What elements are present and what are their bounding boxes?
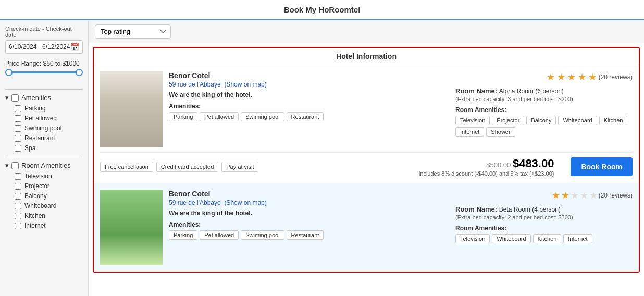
hotel-2-address-link[interactable]: 59 rue de l'Abbaye <box>169 199 221 206</box>
checkbox-pet-allowed[interactable] <box>15 115 21 122</box>
hotel-2-room-amenities-tags: Television Whiteboard Kitchen Internet <box>455 234 633 243</box>
filter-item-spa[interactable]: Spa <box>15 144 83 152</box>
tag-pool-1: Swiming pool <box>241 112 284 121</box>
label-swiming-pool: Swiming pool <box>24 125 61 132</box>
tag-pay-at-visit: Pay at visit <box>221 162 258 172</box>
hotel-1-review-count: (20 reviews) <box>599 73 633 81</box>
filter-item-internet[interactable]: Internet <box>15 222 83 229</box>
price-slider[interactable] <box>5 71 83 82</box>
tag-credit-card: Credit card accepted <box>156 162 219 172</box>
hotel-1-tagline: We are the king of the hotel. <box>169 91 449 98</box>
filter-item-projector[interactable]: Projector <box>15 182 83 190</box>
hotel-2-stars: ★ ★ ★ ★ ★ (20 reviews) <box>455 190 633 201</box>
hotel-2-extra-bed: (Extra bed capacity: 2 and per bed cost:… <box>455 214 633 220</box>
chevron-down-icon: ▾ <box>5 94 9 102</box>
room-amenities-group-checkbox[interactable] <box>11 162 19 169</box>
room-tag-internet-2: Internet <box>563 234 592 243</box>
hotel-2-amenities-tags: Parking Pet allowed Swiming pool Restaur… <box>169 230 449 240</box>
hotel-2-row: Benor Cotel 59 rue de l'Abbaye (Show on … <box>100 190 633 265</box>
hotel-1-room-amenities-tags: Television Projector Balcony Whiteboard … <box>455 116 633 137</box>
star-5: ★ <box>588 71 597 83</box>
divider-2 <box>5 157 83 157</box>
label-projector: Projector <box>24 182 49 190</box>
amenities-group-checkbox[interactable] <box>11 94 19 102</box>
hotel-1-amenities-tags: Parking Pet allowed Swiming pool Restaur… <box>169 112 449 121</box>
tag-pet-1: Pet allowed <box>200 112 239 121</box>
checkbox-projector[interactable] <box>15 183 21 190</box>
date-section: Check-in date - Check-out date 6/10/2024… <box>5 26 83 54</box>
hotel-1-name: Benor Cotel <box>169 71 449 80</box>
hotel-2-star-5: ★ <box>589 190 598 201</box>
hotel-1-amenities-label: Amenities: <box>169 103 449 110</box>
date-input[interactable]: 6/10/2024 - 6/12/2024 📅 <box>5 40 83 54</box>
svg-rect-5 <box>100 129 163 147</box>
price-range-section: Price Range: $50 to $1000 <box>5 60 83 82</box>
checkbox-kitchen[interactable] <box>15 213 21 219</box>
checkbox-television[interactable] <box>15 173 21 180</box>
svg-rect-3 <box>137 82 152 97</box>
filter-item-whiteboard[interactable]: Whiteboard <box>15 202 83 209</box>
checkbox-whiteboard[interactable] <box>15 203 21 209</box>
price-label: Price Range: $50 to $1000 <box>5 60 83 67</box>
filter-item-pet-allowed[interactable]: Pet allowed <box>15 115 83 122</box>
filter-item-balcony[interactable]: Balcony <box>15 192 83 200</box>
svg-rect-11 <box>100 252 163 265</box>
checkbox-swiming-pool[interactable] <box>15 125 21 132</box>
star-1: ★ <box>547 71 555 83</box>
amenities-group-header[interactable]: ▾ Amenities <box>5 94 83 102</box>
label-kitchen: Kitchen <box>24 212 45 219</box>
room-amenities-group-header[interactable]: ▾ Room Amenities <box>5 162 83 169</box>
hotel-2-image-svg <box>100 190 163 265</box>
svg-rect-6 <box>100 190 163 265</box>
calendar-icon: 📅 <box>70 43 79 51</box>
tag-restaurant-1: Restaurant <box>287 112 324 121</box>
filter-item-parking[interactable]: Parking <box>15 105 83 112</box>
room-tag-whiteboard-2: Whiteboard <box>492 234 530 243</box>
hotel-2-name: Benor Cotel <box>169 190 449 198</box>
divider-1 <box>5 89 83 90</box>
hotel-2-address: 59 rue de l'Abbaye (Show on map) <box>169 199 449 206</box>
hotel-2-star-4: ★ <box>580 190 588 201</box>
hotel-2-room-name-label: Room Name: <box>455 205 499 213</box>
hotel-2-star-3: ★ <box>571 190 579 201</box>
checkbox-parking[interactable] <box>15 105 21 112</box>
hotel-1-room-amenities-label: Room Amenities: <box>455 106 633 114</box>
hotel-1-stars: ★ ★ ★ ★ ★ (20 reviews) <box>455 71 633 83</box>
content-area: Hotel Information <box>89 43 644 296</box>
tag-free-cancellation: Free cancellation <box>100 162 153 172</box>
hotel-2-amenities-label: Amenities: <box>169 221 449 228</box>
filter-item-swiming-pool[interactable]: Swiming pool <box>15 125 83 132</box>
hotel-2-room-amenities-label: Room Amenities: <box>455 225 633 232</box>
hotel-2-image <box>100 190 163 265</box>
hotel-2-star-2: ★ <box>561 190 569 201</box>
checkbox-internet[interactable] <box>15 223 21 229</box>
svg-point-8 <box>103 221 129 242</box>
amenities-filter-group: ▾ Amenities Parking Pet allowed Swiming … <box>5 94 83 152</box>
sort-select[interactable]: Top rating Price: Low to High Price: Hig… <box>95 24 171 39</box>
hotel-1-footer: Free cancellation Credit card accepted P… <box>100 152 633 177</box>
star-2: ★ <box>557 71 565 83</box>
checkbox-restaurant[interactable] <box>15 135 21 142</box>
hotel-1-show-on-map[interactable]: (Show on map) <box>224 81 266 88</box>
filter-item-restaurant[interactable]: Restaurant <box>15 134 83 142</box>
hotel-1-room-name: Room Name: Alpha Room (6 person) <box>455 87 633 95</box>
checkbox-balcony[interactable] <box>15 193 21 200</box>
hotel-2-star-1: ★ <box>552 190 560 201</box>
svg-rect-10 <box>121 239 129 265</box>
room-tag-kitchen-1: Kitchen <box>599 116 628 125</box>
hotel-1-address: 59 rue de l'Abbaye (Show on map) <box>169 81 449 88</box>
label-whiteboard: Whiteboard <box>24 202 56 209</box>
hotel-2-show-on-map[interactable]: (Show on map) <box>224 199 266 206</box>
filter-item-television[interactable]: Television <box>15 172 83 180</box>
chevron-down-icon-2: ▾ <box>5 162 9 169</box>
star-4: ★ <box>578 71 586 83</box>
amenities-label: Amenities <box>21 94 51 102</box>
checkbox-spa[interactable] <box>15 145 21 152</box>
svg-rect-12 <box>129 221 150 247</box>
hotel-1-book-button[interactable]: Book Room <box>571 157 633 176</box>
label-spa: Spa <box>24 144 35 152</box>
filter-item-kitchen[interactable]: Kitchen <box>15 212 83 219</box>
hotel-card-1: Benor Cotel 59 rue de l'Abbaye (Show on … <box>94 65 639 183</box>
hotel-1-address-link[interactable]: 59 rue de l'Abbaye <box>169 81 221 88</box>
svg-rect-0 <box>100 71 163 147</box>
